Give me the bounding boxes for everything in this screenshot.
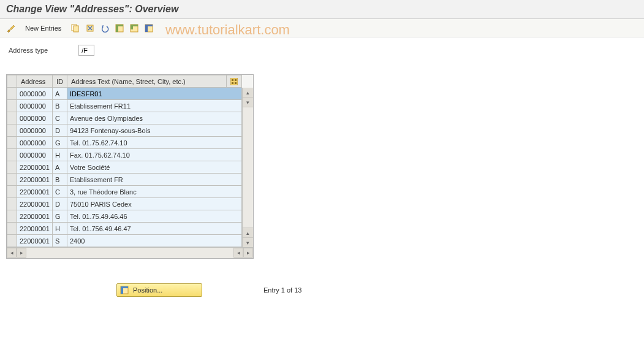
cell-address[interactable]: 0000000 bbox=[17, 100, 53, 112]
undo-change-button[interactable] bbox=[99, 22, 111, 34]
row-selector[interactable] bbox=[7, 100, 17, 112]
table-row[interactable]: 0000000BEtablissement FR11 bbox=[7, 100, 242, 112]
table-row[interactable]: 0000000HFax. 01.75.62.74.10 bbox=[7, 149, 242, 161]
cell-id[interactable]: S bbox=[53, 235, 67, 247]
scroll-up-small-button[interactable]: ▴ bbox=[243, 228, 253, 237]
table-row[interactable]: 22000001AVotre Société bbox=[7, 161, 242, 174]
select-block-button[interactable] bbox=[128, 22, 140, 34]
scroll-down-button[interactable]: ▾ bbox=[243, 237, 253, 247]
cell-id[interactable]: G bbox=[53, 210, 67, 223]
scroll-up-button[interactable]: ▴ bbox=[243, 88, 253, 98]
table-row[interactable]: 22000001HTel. 01.756.49.46.47 bbox=[7, 223, 242, 235]
row-selector[interactable] bbox=[7, 149, 17, 161]
table-row[interactable]: 0000000GTel. 01.75.62.74.10 bbox=[7, 137, 242, 149]
table-row[interactable]: 22000001GTel. 01.75.49.46.46 bbox=[7, 210, 242, 223]
cell-address-text[interactable]: 75010 PARIS Cedex bbox=[67, 198, 242, 210]
toggle-display-change-button[interactable] bbox=[5, 22, 17, 34]
cell-address[interactable]: 22000001 bbox=[17, 186, 53, 198]
row-selector[interactable] bbox=[7, 235, 17, 247]
position-button[interactable]: Position... bbox=[116, 283, 202, 297]
scroll-down-small-button[interactable]: ▾ bbox=[243, 98, 253, 107]
svg-rect-6 bbox=[116, 25, 123, 26]
cell-id[interactable]: B bbox=[53, 174, 67, 186]
table-row[interactable]: 22000001C3, rue Théodore Blanc bbox=[7, 186, 242, 198]
row-selector[interactable] bbox=[7, 161, 17, 174]
table-row[interactable]: 0000000AIDESFR01 bbox=[7, 88, 242, 100]
cell-address-text[interactable]: Etablissement FR11 bbox=[67, 100, 242, 112]
cell-address[interactable]: 0000000 bbox=[17, 124, 53, 137]
copy-as-button[interactable] bbox=[69, 22, 81, 34]
cell-id[interactable]: A bbox=[53, 88, 67, 100]
cell-id[interactable]: H bbox=[53, 223, 67, 235]
address-type-input[interactable] bbox=[78, 45, 94, 56]
row-selector[interactable] bbox=[7, 88, 17, 100]
position-icon bbox=[119, 285, 129, 295]
table-configure-button[interactable] bbox=[227, 75, 242, 88]
cell-address[interactable]: 0000000 bbox=[17, 112, 53, 124]
column-selector[interactable] bbox=[7, 75, 17, 88]
svg-rect-13 bbox=[145, 26, 148, 32]
cell-address-text[interactable]: Tel. 01.75.49.46.46 bbox=[67, 210, 242, 223]
address-type-label: Address type bbox=[9, 47, 48, 54]
row-selector[interactable] bbox=[7, 223, 17, 235]
table-row[interactable]: 0000000D94123 Fontenay-sous-Bois bbox=[7, 124, 242, 137]
cell-address-text[interactable]: Tel. 01.75.62.74.10 bbox=[67, 137, 242, 149]
row-selector[interactable] bbox=[7, 112, 17, 124]
row-selector[interactable] bbox=[7, 137, 17, 149]
table-settings-icon bbox=[230, 78, 238, 85]
scroll-right-small-button[interactable]: ▸ bbox=[17, 248, 26, 258]
svg-rect-7 bbox=[116, 26, 118, 32]
cell-id[interactable]: C bbox=[53, 112, 67, 124]
entry-counter: Entry 1 of 13 bbox=[263, 286, 301, 294]
cell-id[interactable]: D bbox=[53, 198, 67, 210]
deselect-all-button[interactable] bbox=[143, 22, 155, 34]
scroll-left-small-button[interactable]: ◂ bbox=[233, 248, 243, 258]
table-row[interactable]: 0000000CAvenue des Olympiades bbox=[7, 112, 242, 124]
cell-address-text[interactable]: 2400 bbox=[67, 235, 242, 247]
cell-id[interactable]: A bbox=[53, 161, 67, 174]
cell-address[interactable]: 22000001 bbox=[17, 223, 53, 235]
cell-id[interactable]: C bbox=[53, 186, 67, 198]
cell-address-text[interactable]: Tel. 01.756.49.46.47 bbox=[67, 223, 242, 235]
cell-address[interactable]: 22000001 bbox=[17, 161, 53, 174]
column-text[interactable]: Address Text (Name, Street, City, etc.) bbox=[67, 75, 227, 88]
cell-address-text[interactable]: 94123 Fontenay-sous-Bois bbox=[67, 124, 242, 137]
column-address[interactable]: Address bbox=[17, 75, 53, 88]
row-selector[interactable] bbox=[7, 186, 17, 198]
cell-id[interactable]: G bbox=[53, 137, 67, 149]
cell-address-text[interactable]: Fax. 01.75.62.74.10 bbox=[67, 149, 242, 161]
table-row[interactable]: 22000001S2400 bbox=[7, 235, 242, 247]
cell-address-text[interactable]: IDESFR01 bbox=[67, 88, 242, 100]
scroll-left-button[interactable]: ◂ bbox=[7, 248, 17, 258]
pencil-glasses-icon bbox=[6, 23, 16, 33]
cell-address-text[interactable]: 3, rue Théodore Blanc bbox=[67, 186, 242, 198]
cell-address[interactable]: 22000001 bbox=[17, 198, 53, 210]
table-row[interactable]: 22000001BEtablissement FR bbox=[7, 174, 242, 186]
scroll-right-button[interactable]: ▸ bbox=[243, 248, 253, 258]
svg-rect-12 bbox=[145, 25, 153, 26]
cell-address[interactable]: 22000001 bbox=[17, 210, 53, 223]
table-row[interactable]: 22000001D75010 PARIS Cedex bbox=[7, 198, 242, 210]
row-selector[interactable] bbox=[7, 124, 17, 137]
row-selector[interactable] bbox=[7, 198, 17, 210]
cell-address[interactable]: 0000000 bbox=[17, 137, 53, 149]
delete-button[interactable] bbox=[84, 22, 96, 34]
cell-address-text[interactable]: Votre Société bbox=[67, 161, 242, 174]
cell-address-text[interactable]: Etablissement FR bbox=[67, 174, 242, 186]
vertical-scrollbar[interactable]: ▴ ▾ ▴ ▾ bbox=[242, 88, 253, 247]
svg-rect-17 bbox=[232, 82, 233, 84]
cell-address[interactable]: 22000001 bbox=[17, 174, 53, 186]
cell-id[interactable]: H bbox=[53, 149, 67, 161]
select-all-button[interactable] bbox=[113, 22, 126, 34]
cell-address-text[interactable]: Avenue des Olympiades bbox=[67, 112, 242, 124]
cell-address[interactable]: 0000000 bbox=[17, 88, 53, 100]
row-selector[interactable] bbox=[7, 174, 17, 186]
new-entries-button[interactable]: New Entries bbox=[20, 22, 67, 34]
column-id[interactable]: ID bbox=[53, 75, 67, 88]
cell-address[interactable]: 0000000 bbox=[17, 149, 53, 161]
cell-address[interactable]: 22000001 bbox=[17, 235, 53, 247]
cell-id[interactable]: D bbox=[53, 124, 67, 137]
cell-id[interactable]: B bbox=[53, 100, 67, 112]
horizontal-scrollbar[interactable]: ◂ ▸ ◂ ▸ bbox=[7, 247, 253, 258]
row-selector[interactable] bbox=[7, 210, 17, 223]
